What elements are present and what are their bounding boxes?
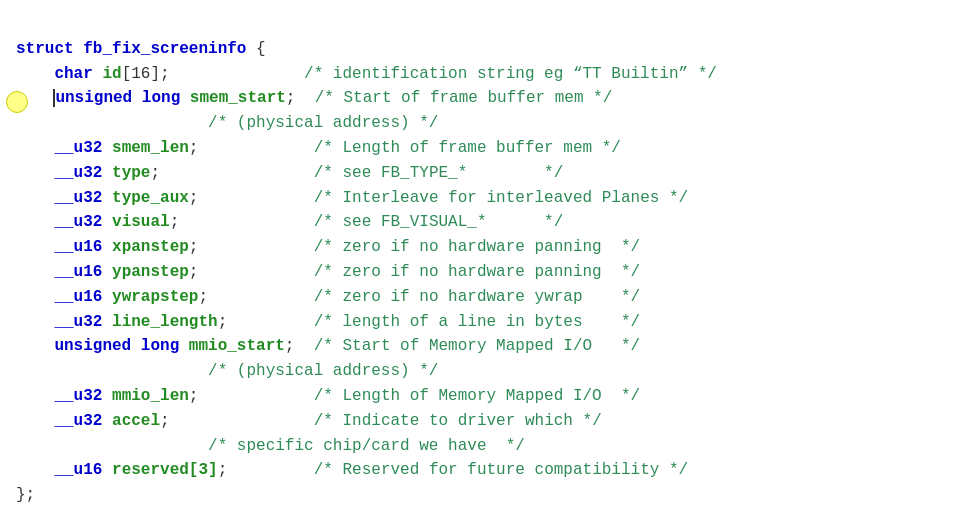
field-type: type [112,164,150,182]
comment-ywrapstep: /* zero if no hardware ywrap */ [314,288,640,306]
field-ypanstep: ypanstep [112,263,189,281]
type-u32-type: __u32 [54,164,102,182]
type-u32-mmio-len: __u32 [54,387,102,405]
type-char: char [54,65,92,83]
type-u32-visual: __u32 [54,213,102,231]
comment-line-length: /* length of a line in bytes */ [314,313,640,331]
keyword-struct: struct [16,40,74,58]
comment-visual: /* see FB_VISUAL_* */ [314,213,564,231]
keyword-long-2: long [141,337,179,355]
comment-smem-start: /* Start of frame buffer mem */ [315,89,613,107]
comment-id: /* identification string eg “TT Builtin”… [304,65,717,83]
field-smem-len: smem_len [112,139,189,157]
type-u32-type-aux: __u32 [54,189,102,207]
type-u16-ywrapstep: __u16 [54,288,102,306]
code-block: struct fb_fix_screeninfo { char id[16]; … [16,12,963,508]
highlight-marker [6,91,28,113]
type-u32-smem-len: __u32 [54,139,102,157]
field-xpanstep: xpanstep [112,238,189,256]
comment-chip-card: /* specific chip/card we have */ [208,437,525,455]
comment-physical-2: /* (physical address) */ [208,362,438,380]
comment-mmio-start: /* Start of Memory Mapped I/O */ [314,337,640,355]
comment-type-aux: /* Interleave for interleaved Planes */ [314,189,688,207]
field-mmio-start: mmio_start [189,337,285,355]
struct-name: fb_fix_screeninfo [83,40,246,58]
type-u32-line-length: __u32 [54,313,102,331]
comment-accel: /* Indicate to driver which */ [314,412,602,430]
field-id: id [102,65,121,83]
field-visual: visual [112,213,170,231]
keyword-unsigned: unsigned [55,89,132,107]
comment-ypanstep: /* zero if no hardware panning */ [314,263,640,281]
comment-reserved: /* Reserved for future compatibility */ [314,461,688,479]
field-reserved: reserved[3] [112,461,218,479]
field-type-aux: type_aux [112,189,189,207]
type-u32-accel: __u32 [54,412,102,430]
type-u16-reserved: __u16 [54,461,102,479]
field-accel: accel [112,412,160,430]
closing-brace: }; [16,486,35,504]
comment-mmio-len: /* Length of Memory Mapped I/O */ [314,387,640,405]
field-ywrapstep: ywrapstep [112,288,198,306]
comment-xpanstep: /* zero if no hardware panning */ [314,238,640,256]
field-smem-start: smem_start [190,89,286,107]
comment-type: /* see FB_TYPE_* */ [314,164,564,182]
keyword-unsigned-2: unsigned [54,337,131,355]
comment-smem-len: /* Length of frame buffer mem */ [314,139,621,157]
type-u16-xpanstep: __u16 [54,238,102,256]
field-mmio-len: mmio_len [112,387,189,405]
comment-physical-1: /* (physical address) */ [208,114,438,132]
type-u16-ypanstep: __u16 [54,263,102,281]
keyword-long: long [142,89,180,107]
field-line-length: line_length [112,313,218,331]
